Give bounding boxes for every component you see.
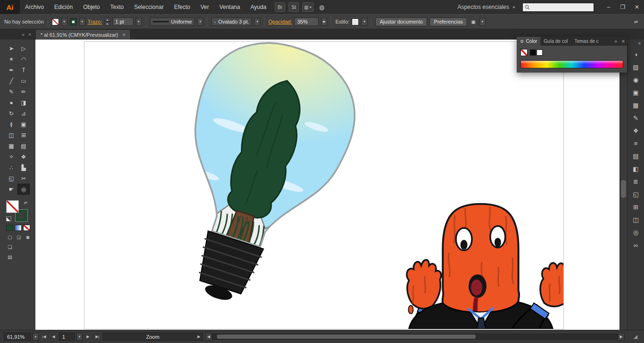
left-hand[interactable] <box>407 260 441 308</box>
artboards-panel-icon[interactable]: ◱ <box>629 188 642 200</box>
tab-color-themes[interactable]: Temas de c <box>571 37 602 46</box>
menu-efecto[interactable]: Efecto <box>169 0 195 14</box>
zoom-level-caret[interactable]: ▾ <box>33 333 39 341</box>
minimize-button[interactable]: – <box>602 0 616 14</box>
opacity-caret[interactable]: ▶ <box>321 18 327 26</box>
menu-edicion[interactable]: Edición <box>49 0 78 14</box>
draw-inside-icon[interactable]: ◙ <box>24 234 32 240</box>
lightbulb-group[interactable] <box>125 42 392 328</box>
artboard[interactable] <box>84 41 564 329</box>
scroll-right-icon[interactable]: ▶ <box>618 333 625 341</box>
pen-tool[interactable]: ✒ <box>5 65 17 75</box>
transparency-panel-icon[interactable]: ◧ <box>629 163 642 175</box>
hand-tool[interactable]: ☛ <box>5 184 17 195</box>
opacity-panel-link[interactable]: Opacidad: <box>268 19 292 24</box>
arrange-documents-icon[interactable]: ▥ ▾ <box>302 2 313 12</box>
style-caret[interactable]: ▾ <box>361 18 367 26</box>
collapse-chevrons-icon[interactable]: « <box>22 32 25 37</box>
color-panel-icon[interactable]: ◑ <box>629 49 642 60</box>
direct-selection-tool[interactable]: ▷ <box>17 43 30 54</box>
black-swatch[interactable] <box>530 49 536 56</box>
default-fill-stroke-icon[interactable] <box>6 216 11 221</box>
pencil-tool[interactable]: ✏ <box>17 86 30 97</box>
blob-brush-tool[interactable]: ● <box>5 97 17 108</box>
stroke-weight-stepper[interactable]: ▴ ▾ <box>105 17 110 26</box>
tab-close-icon[interactable]: × <box>122 32 125 38</box>
swap-fill-stroke-icon[interactable]: ⇌ <box>24 200 27 205</box>
lasso-tool[interactable]: ◠ <box>17 54 30 65</box>
swatches-panel-icon[interactable]: ▦ <box>629 99 642 111</box>
restore-button[interactable]: ❐ <box>616 0 630 14</box>
brush-dropdown[interactable]: - Ovalado 3 pt. <box>211 17 252 26</box>
fit-document-button[interactable]: Ajustar documento <box>375 17 427 26</box>
artboard-number-caret[interactable]: ▾ <box>76 333 83 341</box>
menu-objeto[interactable]: Objeto <box>78 0 105 14</box>
width-tool[interactable]: ≬ <box>5 119 17 130</box>
rectangle-tool[interactable]: ▭ <box>17 75 30 86</box>
gradient-tool[interactable]: ▤ <box>17 140 30 151</box>
perspective-grid-tool[interactable]: ⊞ <box>17 130 30 140</box>
color-button[interactable] <box>6 225 13 231</box>
dock-expand-icon[interactable]: « <box>627 40 644 48</box>
stepper-down-icon[interactable]: ▾ <box>105 22 110 26</box>
artboard-number-field[interactable]: 1 <box>59 333 75 341</box>
next-artboard-icon[interactable]: ▶ <box>84 333 92 341</box>
stepper-up-icon[interactable]: ▴ <box>105 17 110 22</box>
last-artboard-icon[interactable]: ▶| <box>93 333 101 341</box>
draw-normal-icon[interactable]: ▢ <box>6 234 14 240</box>
appearance-panel-icon[interactable]: ◉ <box>629 74 642 86</box>
color-guide-panel-icon[interactable]: ▧ <box>629 61 642 73</box>
eraser-tool[interactable]: ◨ <box>17 97 30 108</box>
panel-collapse-icon[interactable]: » <box>612 39 620 44</box>
navigator-panel-icon[interactable]: ◎ <box>629 227 642 238</box>
fill-swatch[interactable] <box>52 18 59 25</box>
fill-swatch-caret[interactable]: ▾ <box>61 18 67 26</box>
menu-texto[interactable]: Texto <box>105 0 129 14</box>
vertical-scrollbar[interactable] <box>619 40 627 330</box>
menu-ver[interactable]: Ver <box>195 0 214 14</box>
gradient-button[interactable] <box>15 225 22 231</box>
color-spectrum-bar[interactable] <box>520 60 623 68</box>
search-input[interactable] <box>532 4 588 10</box>
status-display[interactable]: Zoom ▶ <box>103 333 203 341</box>
stroke-panel-icon[interactable]: ≡ <box>629 138 642 149</box>
stock-button[interactable]: St <box>289 2 299 12</box>
horizontal-scroll-thumb[interactable] <box>217 335 476 339</box>
stroke-swatch-caret[interactable]: ▾ <box>79 18 85 26</box>
blend-tool[interactable]: ❖ <box>17 151 30 162</box>
bridge-button[interactable]: Br <box>275 2 285 12</box>
paintbrush-tool[interactable]: ✎ <box>5 86 17 97</box>
document-tab[interactable]: * al 61,91% (CMYK/Previsualizar) × <box>35 29 131 40</box>
none-button[interactable] <box>23 225 30 231</box>
gradient-panel-icon[interactable]: ▤ <box>629 150 642 162</box>
draw-behind-icon[interactable]: ◲ <box>15 234 23 240</box>
eyedropper-tool[interactable]: ✧ <box>5 151 17 162</box>
selection-tool[interactable]: ➤ <box>5 43 17 54</box>
select-similar-caret[interactable]: ▾ <box>479 18 486 26</box>
menu-ventana[interactable]: Ventana <box>214 0 245 14</box>
screen-mode-button[interactable]: ❏ <box>6 244 14 250</box>
panel-toggle-icon[interactable]: ⇌ <box>632 18 640 25</box>
artboard-tool[interactable]: ◱ <box>5 173 17 184</box>
rotate-tool[interactable]: ↻ <box>5 108 17 119</box>
tab-color[interactable]: ≎ Color <box>517 37 540 46</box>
white-swatch[interactable] <box>537 49 543 56</box>
symbol-sprayer-tool[interactable]: ∴ <box>5 162 17 173</box>
cs-live-icon[interactable]: ◍ <box>317 2 327 12</box>
stacked-panels-icon[interactable]: ▤ <box>6 253 14 260</box>
menu-seleccionar[interactable]: Seleccionar <box>129 0 169 14</box>
tab-color-guide[interactable]: Guía de col <box>540 37 571 46</box>
style-swatch[interactable] <box>352 18 359 25</box>
scale-tool[interactable]: ⊿ <box>17 108 30 119</box>
vertical-scroll-thumb[interactable] <box>621 180 626 198</box>
slice-tool[interactable]: ✂ <box>17 173 30 184</box>
none-swatch[interactable] <box>520 49 528 56</box>
fill-color-swatch[interactable] <box>6 200 19 213</box>
mesh-tool[interactable]: ▦ <box>5 140 17 151</box>
character-group[interactable] <box>407 204 563 329</box>
line-segment-tool[interactable]: ╱ <box>5 75 17 86</box>
column-graph-tool[interactable]: ▙ <box>17 162 30 173</box>
zoom-level-field[interactable]: 61,91% <box>4 333 31 341</box>
first-artboard-icon[interactable]: |◀ <box>40 333 48 341</box>
horizontal-scroll-track[interactable] <box>212 334 618 340</box>
